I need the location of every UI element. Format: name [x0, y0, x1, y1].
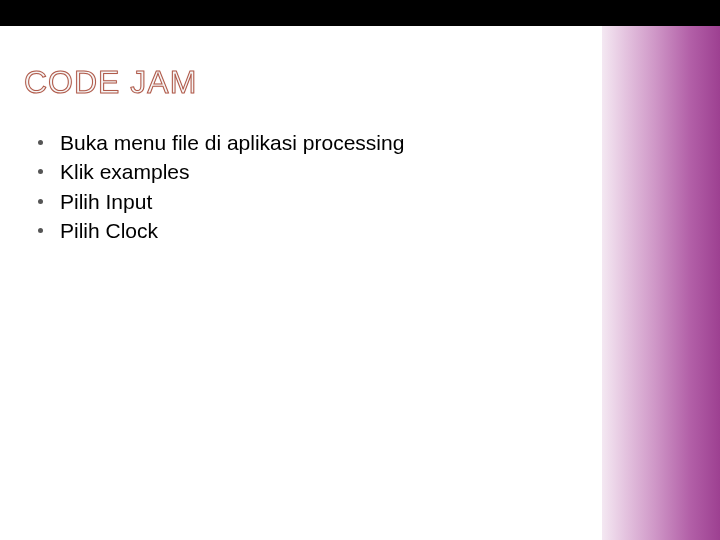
top-bar	[0, 0, 720, 26]
list-item: Pilih Input	[32, 188, 590, 215]
slide-content: CODE JAM Buka menu file di aplikasi proc…	[24, 64, 590, 246]
list-item: Klik examples	[32, 158, 590, 185]
list-item: Buka menu file di aplikasi processing	[32, 129, 590, 156]
bullet-list: Buka menu file di aplikasi processing Kl…	[24, 129, 590, 244]
sidebar-gradient	[602, 0, 720, 540]
slide-title: CODE JAM	[24, 64, 590, 101]
list-item: Pilih Clock	[32, 217, 590, 244]
